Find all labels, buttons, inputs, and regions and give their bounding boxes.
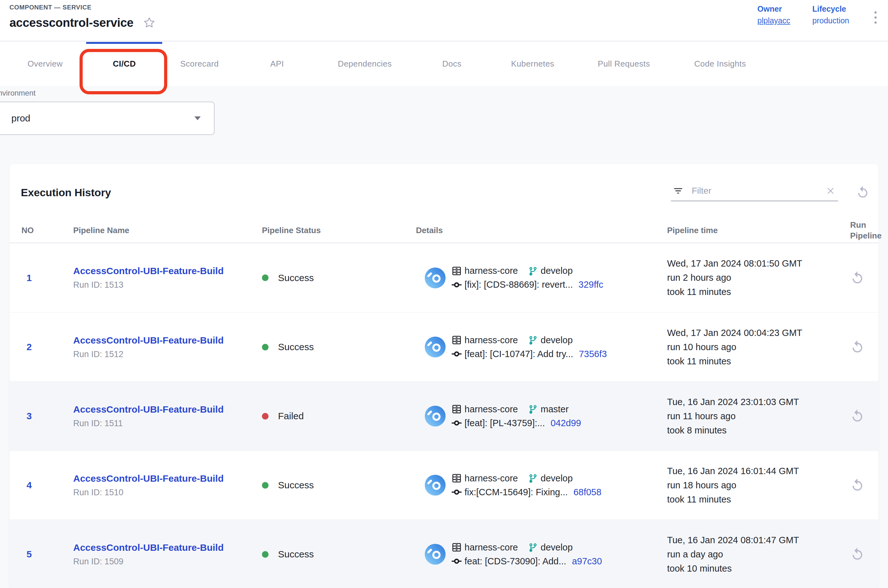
table-row: 4 AccessControl-UBI-Feature-Build Run ID… bbox=[9, 450, 879, 519]
repository-icon bbox=[451, 335, 462, 345]
commit-hash-link[interactable]: 042d99 bbox=[551, 418, 581, 428]
status-dot bbox=[262, 274, 269, 281]
section-title: Execution History bbox=[21, 186, 111, 199]
run-id: Run ID: 1509 bbox=[73, 557, 262, 567]
git-branch-icon bbox=[528, 266, 538, 276]
favorite-star-icon[interactable] bbox=[142, 16, 156, 30]
run-pipeline-icon[interactable] bbox=[850, 478, 865, 492]
lifecycle-block: Lifecycle production bbox=[812, 4, 849, 25]
git-branch-icon bbox=[528, 473, 538, 483]
tab-dependencies[interactable]: Dependencies bbox=[338, 42, 392, 86]
tab-scorecard[interactable]: Scorecard bbox=[180, 42, 219, 86]
commit-message: [feat]: [PL-43759]:... bbox=[464, 418, 545, 428]
pipeline-time: Tue, 16 Jan 2024 16:01:44 GMT run 18 hou… bbox=[667, 464, 843, 507]
pipeline-name-link[interactable]: AccessControl-UBI-Feature-Build bbox=[73, 266, 262, 276]
commit-message: feat: [CDS-73090]: Add... bbox=[464, 556, 566, 567]
git-commit-icon bbox=[451, 487, 462, 498]
commit-message: fix:[CCM-15649]: Fixing... bbox=[464, 487, 568, 498]
status-dot bbox=[262, 482, 269, 489]
pipeline-time: Tue, 16 Jan 2024 23:01:03 GMT run 11 hou… bbox=[667, 395, 843, 438]
pipeline-time: Wed, 17 Jan 2024 00:04:23 GMT run 10 hou… bbox=[667, 326, 843, 369]
status-text: Success bbox=[278, 549, 314, 560]
status-dot bbox=[262, 344, 269, 351]
pipeline-time: Wed, 17 Jan 2024 08:01:50 GMT run 2 hour… bbox=[667, 256, 843, 299]
harness-ci-module-icon[interactable] bbox=[425, 337, 446, 357]
git-commit-icon bbox=[451, 279, 462, 290]
run-pipeline-icon[interactable] bbox=[850, 547, 865, 561]
git-branch-icon bbox=[528, 404, 538, 414]
git-branch-icon bbox=[528, 542, 538, 552]
environment-dropdown[interactable]: prod bbox=[0, 102, 215, 135]
repo-name: harness-core bbox=[464, 542, 518, 553]
harness-ci-module-icon[interactable] bbox=[425, 475, 446, 496]
filter-input[interactable] bbox=[692, 186, 817, 196]
tab-cicd[interactable]: CI/CD bbox=[113, 42, 136, 86]
run-id: Run ID: 1510 bbox=[73, 488, 262, 498]
run-pipeline-icon[interactable] bbox=[850, 409, 865, 423]
run-pipeline-icon[interactable] bbox=[850, 340, 865, 354]
harness-ci-module-icon[interactable] bbox=[425, 544, 446, 565]
repo-name: harness-core bbox=[464, 473, 518, 484]
branch-name: develop bbox=[541, 542, 573, 553]
git-branch-icon bbox=[528, 335, 538, 345]
status-text: Failed bbox=[278, 411, 304, 422]
tab-api[interactable]: API bbox=[270, 42, 284, 86]
repository-icon bbox=[451, 404, 462, 414]
status-text: Success bbox=[278, 273, 314, 283]
tab-code-insights[interactable]: Code Insights bbox=[694, 42, 746, 86]
refresh-icon[interactable] bbox=[856, 186, 870, 200]
repo-name: harness-core bbox=[464, 266, 518, 276]
table-row: 1 AccessControl-UBI-Feature-Build Run ID… bbox=[9, 243, 879, 312]
row-number: 5 bbox=[21, 549, 73, 560]
tab-docs[interactable]: Docs bbox=[442, 42, 462, 86]
table-row: 2 AccessControl-UBI-Feature-Build Run ID… bbox=[9, 312, 879, 381]
entity-header: COMPONENT — SERVICE accesscontrol-servic… bbox=[0, 0, 888, 41]
branch-name: develop bbox=[541, 335, 573, 345]
harness-ci-module-icon[interactable] bbox=[425, 267, 446, 288]
column-header-details: Details bbox=[416, 225, 667, 236]
git-commit-icon bbox=[451, 349, 462, 359]
branch-name: develop bbox=[541, 266, 573, 276]
column-header-time: Pipeline time bbox=[667, 225, 843, 236]
clear-filter-icon[interactable] bbox=[825, 186, 835, 196]
filter-list-icon bbox=[673, 186, 684, 196]
harness-ci-module-icon[interactable] bbox=[425, 406, 446, 426]
commit-hash-link[interactable]: 68f058 bbox=[573, 487, 601, 498]
more-options-kebab-icon[interactable] bbox=[871, 7, 880, 28]
lifecycle-value: production bbox=[812, 16, 849, 25]
commit-hash-link[interactable]: a97c30 bbox=[572, 556, 602, 567]
run-id: Run ID: 1513 bbox=[73, 280, 262, 290]
pipeline-name-link[interactable]: AccessControl-UBI-Feature-Build bbox=[73, 473, 262, 484]
pipeline-name-link[interactable]: AccessControl-UBI-Feature-Build bbox=[73, 335, 262, 346]
entity-tabbar: Overview CI/CD Scorecard API Dependencie… bbox=[0, 42, 888, 86]
owner-link[interactable]: plplayacc bbox=[757, 16, 790, 25]
branch-name: master bbox=[541, 404, 569, 414]
git-commit-icon bbox=[451, 418, 462, 428]
tab-kubernetes[interactable]: Kubernetes bbox=[511, 42, 554, 86]
repository-icon bbox=[451, 473, 462, 484]
owner-label: Owner bbox=[757, 4, 790, 14]
pipeline-name-link[interactable]: AccessControl-UBI-Feature-Build bbox=[73, 542, 262, 553]
status-text: Success bbox=[278, 480, 314, 490]
repo-name: harness-core bbox=[464, 404, 518, 414]
environment-selected-value: prod bbox=[11, 113, 30, 124]
entity-kind-breadcrumb: COMPONENT — SERVICE bbox=[9, 4, 92, 11]
repository-icon bbox=[451, 542, 462, 553]
chevron-down-icon bbox=[194, 116, 201, 120]
owner-block: Owner plplayacc bbox=[757, 4, 790, 25]
run-pipeline-icon[interactable] bbox=[850, 271, 865, 285]
column-header-no: NO bbox=[21, 225, 73, 236]
repo-name: harness-core bbox=[464, 335, 518, 345]
status-dot bbox=[262, 413, 269, 420]
git-commit-icon bbox=[451, 556, 462, 567]
pipeline-name-link[interactable]: AccessControl-UBI-Feature-Build bbox=[73, 404, 262, 415]
repository-icon bbox=[451, 266, 462, 276]
row-number: 4 bbox=[21, 480, 73, 490]
run-id: Run ID: 1511 bbox=[73, 418, 262, 428]
commit-message: [feat]: [CI-10747]: Add try... bbox=[464, 349, 573, 359]
commit-hash-link[interactable]: 329ffc bbox=[578, 279, 603, 290]
tab-overview[interactable]: Overview bbox=[27, 42, 63, 86]
page-title: accesscontrol-service bbox=[9, 16, 134, 30]
tab-pull-requests[interactable]: Pull Requests bbox=[598, 42, 650, 86]
commit-hash-link[interactable]: 7356f3 bbox=[579, 349, 607, 359]
